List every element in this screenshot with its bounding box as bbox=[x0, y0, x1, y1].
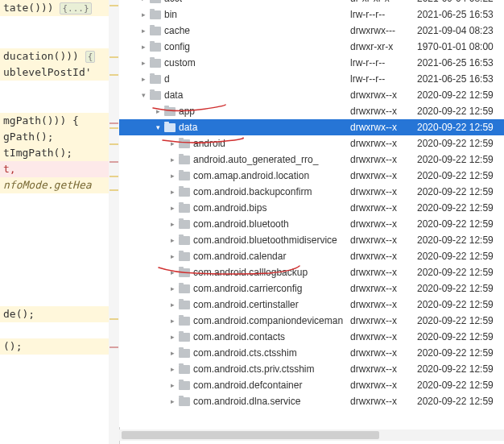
file-explorer-pane[interactable]: ▸acctdr-xr-xr-x2021-09-04 08:22▸binlrw-r… bbox=[119, 0, 504, 427]
chevron-right-icon[interactable]: ▸ bbox=[167, 139, 177, 148]
folder-icon bbox=[179, 220, 190, 229]
tree-row[interactable]: ▸com.android.dlna.servicedrwxrwx--x2020-… bbox=[119, 393, 504, 409]
chevron-right-icon[interactable]: ▸ bbox=[167, 300, 177, 309]
chevron-right-icon[interactable]: ▸ bbox=[138, 10, 148, 19]
permissions: drwxrwx--x bbox=[350, 283, 408, 294]
folder-icon bbox=[179, 139, 190, 148]
chevron-right-icon[interactable]: ▸ bbox=[167, 284, 177, 293]
chevron-down-icon[interactable]: ▾ bbox=[153, 122, 163, 132]
gutter-mark bbox=[109, 318, 118, 320]
chevron-right-icon[interactable]: ▸ bbox=[153, 106, 163, 116]
tree-row[interactable]: ▸cachedrwxrwx---2021-09-04 08:23 bbox=[119, 23, 504, 39]
permissions: drwxr-xr-x bbox=[350, 41, 408, 52]
modified-date: 2020-09-22 12:59 bbox=[417, 347, 494, 359]
chevron-down-icon[interactable]: ▾ bbox=[138, 90, 148, 100]
tree-row[interactable]: ▸com.android.bipsdrwxrwx--x2020-09-22 12… bbox=[119, 200, 504, 216]
code-editor-pane[interactable]: tate())) {...}ducation())) {ublevelPostI… bbox=[0, 0, 119, 444]
tree-row[interactable]: ▸com.android.backupconfirmdrwxrwx--x2020… bbox=[119, 184, 504, 200]
folder-icon bbox=[179, 349, 190, 358]
tree-row[interactable]: ▸androiddrwxrwx--x2020-09-22 12:59 bbox=[119, 135, 504, 151]
tree-row[interactable]: ▾datadrwxrwx--x2020-09-22 12:59 bbox=[119, 119, 504, 135]
permissions: drwxrwx--x bbox=[350, 186, 408, 197]
chevron-right-icon[interactable]: ▸ bbox=[167, 380, 177, 390]
chevron-right-icon[interactable]: ▸ bbox=[167, 251, 177, 261]
folder-icon bbox=[179, 397, 190, 406]
chevron-right-icon[interactable]: ▸ bbox=[138, 42, 148, 52]
tree-row[interactable]: ▸com.android.cts.ctsshimdrwxrwx--x2020-0… bbox=[119, 345, 504, 361]
chevron-right-icon[interactable]: ▸ bbox=[138, 26, 148, 35]
chevron-right-icon[interactable]: ▸ bbox=[167, 235, 177, 245]
tree-item-name: acct bbox=[164, 0, 182, 4]
tree-row[interactable]: ▸com.android.bluetoothmidiservicedrwxrwx… bbox=[119, 232, 504, 248]
scrollbar-thumb[interactable] bbox=[122, 431, 379, 439]
tree-row[interactable]: ▸com.android.calendardrwxrwx--x2020-09-2… bbox=[119, 248, 504, 264]
code-line bbox=[0, 97, 119, 113]
chevron-right-icon[interactable]: ▸ bbox=[167, 364, 177, 374]
tree-row[interactable]: ▸customlrw-r--r--2021-06-25 16:53 bbox=[119, 55, 504, 71]
modified-date: 2020-09-22 12:59 bbox=[417, 202, 494, 214]
chevron-right-icon[interactable]: ▸ bbox=[167, 348, 177, 358]
chevron-right-icon[interactable]: ▸ bbox=[167, 187, 177, 197]
modified-date: 2020-09-22 12:59 bbox=[417, 396, 494, 407]
tree-row[interactable]: ▾datadrwxrwx--x2020-09-22 12:59 bbox=[119, 87, 504, 103]
gutter-mark bbox=[109, 127, 118, 129]
folder-icon bbox=[150, 27, 161, 35]
permissions: lrw-r--r-- bbox=[350, 57, 408, 68]
tree-row[interactable]: ▸com.android.contactsdrwxrwx--x2020-09-2… bbox=[119, 329, 504, 345]
tree-row[interactable]: ▸com.android.cts.priv.ctsshimdrwxrwx--x2… bbox=[119, 361, 504, 377]
code-line: mgPath())) { bbox=[0, 113, 119, 129]
tree-row[interactable]: ▸dlrw-r--r--2021-06-25 16:53 bbox=[119, 71, 504, 87]
permissions: drwxrwx--x bbox=[350, 89, 408, 101]
chevron-right-icon[interactable]: ▸ bbox=[138, 74, 148, 84]
chevron-right-icon[interactable]: ▸ bbox=[138, 0, 148, 3]
tree-row[interactable]: ▸appdrwxrwx--x2020-09-22 12:59 bbox=[119, 103, 504, 119]
chevron-right-icon[interactable]: ▸ bbox=[167, 203, 177, 213]
tree-row[interactable]: ▸com.android.carrierconfigdrwxrwx--x2020… bbox=[119, 280, 504, 297]
code-line bbox=[0, 210, 119, 226]
permissions: drwxrwx--x bbox=[350, 331, 408, 342]
chevron-right-icon[interactable]: ▸ bbox=[138, 58, 148, 68]
tree-item-name: com.android.defcontainer bbox=[193, 380, 302, 391]
tree-row[interactable]: ▸com.android.companiondevicemandrwxrwx--… bbox=[119, 313, 504, 329]
folder-icon bbox=[179, 268, 190, 277]
chevron-right-icon[interactable]: ▸ bbox=[167, 219, 177, 229]
tree-row[interactable]: ▸acctdr-xr-xr-x2021-09-04 08:22 bbox=[119, 0, 504, 6]
tree-item-name: com.android.companiondeviceman bbox=[193, 315, 343, 326]
chevron-right-icon[interactable]: ▸ bbox=[167, 396, 177, 406]
editor-gutter bbox=[109, 0, 120, 444]
permissions: lrw-r--r-- bbox=[350, 9, 408, 20]
horizontal-scrollbar[interactable] bbox=[119, 429, 504, 441]
gutter-mark bbox=[109, 122, 118, 124]
tree-item-name: data bbox=[179, 122, 197, 133]
code-line bbox=[0, 290, 119, 306]
tree-item-name: com.android.cts.priv.ctsshim bbox=[193, 363, 315, 375]
tree-row[interactable]: ▸com.amap.android.locationdrwxrwx--x2020… bbox=[119, 168, 504, 184]
chevron-right-icon[interactable]: ▸ bbox=[167, 171, 177, 181]
modified-date: 2020-09-22 12:59 bbox=[417, 138, 494, 149]
tree-row[interactable]: ▸binlrw-r--r--2021-06-25 16:53 bbox=[119, 6, 504, 23]
folder-icon bbox=[179, 317, 190, 326]
tree-row[interactable]: ▸com.android.calllogbackupdrwxrwx--x2020… bbox=[119, 264, 504, 280]
chevron-right-icon[interactable]: ▸ bbox=[167, 316, 177, 326]
code-line bbox=[0, 258, 119, 274]
chevron-right-icon[interactable]: ▸ bbox=[167, 268, 177, 277]
permissions: drwxrwx--x bbox=[350, 122, 408, 133]
chevron-right-icon[interactable]: ▸ bbox=[167, 332, 177, 342]
tree-item-name: bin bbox=[164, 9, 177, 20]
folder-icon bbox=[150, 10, 161, 19]
permissions: drwxrwx--x bbox=[350, 315, 408, 326]
folder-icon bbox=[164, 123, 176, 132]
tree-row[interactable]: ▸com.android.certinstallerdrwxrwx--x2020… bbox=[119, 297, 504, 313]
chevron-right-icon[interactable]: ▸ bbox=[167, 155, 177, 164]
tree-row[interactable]: ▸com.android.defcontainerdrwxrwx--x2020-… bbox=[119, 377, 504, 393]
modified-date: 1970-01-01 08:00 bbox=[417, 41, 494, 52]
code-line bbox=[0, 242, 119, 258]
tree-row[interactable]: ▸configdrwxr-xr-x1970-01-01 08:00 bbox=[119, 39, 504, 55]
modified-date: 2021-09-04 08:22 bbox=[417, 0, 494, 4]
gutter-mark bbox=[109, 74, 118, 76]
modified-date: 2020-09-22 12:59 bbox=[417, 380, 494, 391]
tree-row[interactable]: ▸com.android.bluetoothdrwxrwx--x2020-09-… bbox=[119, 216, 504, 232]
modified-date: 2020-09-22 12:59 bbox=[417, 315, 494, 326]
modified-date: 2020-09-22 12:59 bbox=[417, 363, 494, 375]
tree-row[interactable]: ▸android.auto_generated_rro_drwxrwx--x20… bbox=[119, 151, 504, 168]
